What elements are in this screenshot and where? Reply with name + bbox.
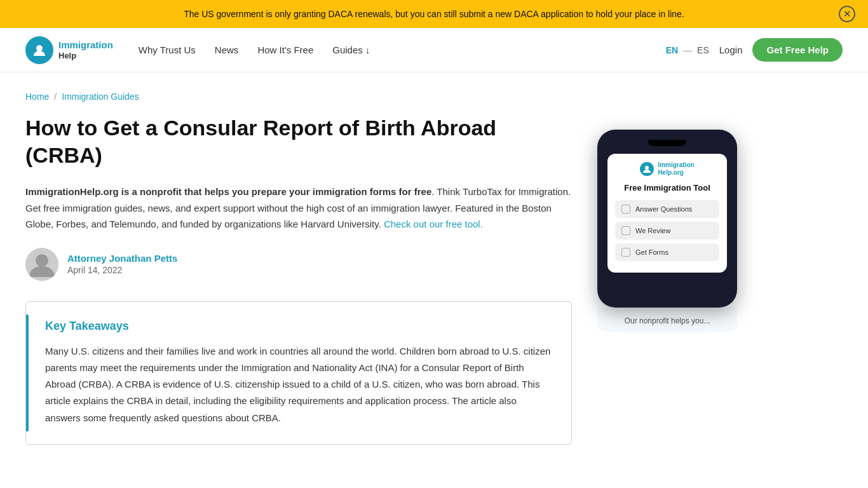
svg-point-3 <box>36 254 48 267</box>
intro-bold: ImmigrationHelp.org is a nonprofit that … <box>25 186 431 197</box>
breadcrumb: Home / Immigration Guides <box>25 72 572 114</box>
author-name[interactable]: Attorney Jonathan Petts <box>67 253 177 264</box>
svg-point-5 <box>645 166 649 170</box>
lang-en-button[interactable]: EN <box>666 45 678 55</box>
phone-notch <box>648 140 686 146</box>
language-selector: EN — ES <box>666 45 709 55</box>
step-2-label: We Review <box>635 227 670 234</box>
author-info: Attorney Jonathan Petts April 14, 2022 <box>67 253 177 275</box>
phone-logo-text: Immigration Help.org <box>658 161 694 177</box>
banner-text: The US government is only granting DACA … <box>184 9 684 19</box>
logo-text: Immigration Help <box>58 39 113 61</box>
phone-logo-row: Immigration Help.org <box>615 161 719 177</box>
login-button[interactable]: Login <box>719 44 743 55</box>
nav-guides[interactable]: Guides ↓ <box>332 44 370 55</box>
author-avatar <box>25 248 58 281</box>
logo-link[interactable]: Immigration Help <box>25 36 113 64</box>
page-wrapper: Home / Immigration Guides How to Get a C… <box>0 72 868 464</box>
header-right: EN — ES Login Get Free Help <box>666 38 843 62</box>
site-header: Immigration Help Why Trust Us News How I… <box>0 28 868 72</box>
bottom-card-text: Our nonprofit helps you... <box>607 316 727 325</box>
content-layout: Home / Immigration Guides How to Get a C… <box>25 72 843 464</box>
phone-step-1: Answer Questions <box>615 200 719 218</box>
article-intro: ImmigrationHelp.org is a nonprofit that … <box>25 184 572 233</box>
header-left: Immigration Help Why Trust Us News How I… <box>25 36 370 64</box>
breadcrumb-separator: / <box>54 92 57 102</box>
close-banner-button[interactable]: ✕ <box>839 6 855 22</box>
step-1-label: Answer Questions <box>635 205 692 213</box>
author-date: April 14, 2022 <box>67 265 177 275</box>
lang-es-button[interactable]: ES <box>697 45 709 55</box>
phone-logo-icon <box>640 162 654 176</box>
key-takeaways-box: Key Takeaways Many U.S. citizens and the… <box>25 301 572 445</box>
key-takeaways-title: Key Takeaways <box>45 320 552 333</box>
nav-why-trust-us[interactable]: Why Trust Us <box>139 44 196 55</box>
phone-step-3: Get Forms <box>615 243 719 261</box>
main-nav: Why Trust Us News How It's Free Guides ↓ <box>139 44 370 55</box>
main-content: Home / Immigration Guides How to Get a C… <box>25 72 572 464</box>
breadcrumb-home[interactable]: Home <box>25 92 49 102</box>
article-title: How to Get a Consular Report of Birth Ab… <box>25 114 572 168</box>
phone-tool-title: Free Immigration Tool <box>615 183 719 193</box>
lang-dash: — <box>683 45 692 55</box>
nav-how-its-free[interactable]: How It's Free <box>257 44 313 55</box>
nav-news[interactable]: News <box>215 44 239 55</box>
step-2-checkbox <box>621 226 630 235</box>
sidebar-widget: Immigration Help.org Free Immigration To… <box>597 130 737 332</box>
phone-step-2: We Review <box>615 222 719 240</box>
step-3-label: Get Forms <box>635 248 668 256</box>
get-free-help-button[interactable]: Get Free Help <box>752 38 843 62</box>
phone-mockup: Immigration Help.org Free Immigration To… <box>597 130 737 308</box>
key-takeaways-text: Many U.S. citizens and their families li… <box>45 343 552 426</box>
announcement-banner: The US government is only granting DACA … <box>0 0 868 28</box>
breadcrumb-current[interactable]: Immigration Guides <box>62 92 139 102</box>
free-tool-link[interactable]: Check out our free tool. <box>384 219 483 229</box>
logo-icon <box>25 36 53 64</box>
svg-point-1 <box>36 45 43 51</box>
author-section: Attorney Jonathan Petts April 14, 2022 <box>25 248 572 281</box>
phone-bottom-card: Our nonprofit helps you... <box>597 308 737 332</box>
step-3-checkbox <box>621 248 630 257</box>
phone-screen: Immigration Help.org Free Immigration To… <box>607 154 727 273</box>
step-1-checkbox <box>621 205 630 214</box>
